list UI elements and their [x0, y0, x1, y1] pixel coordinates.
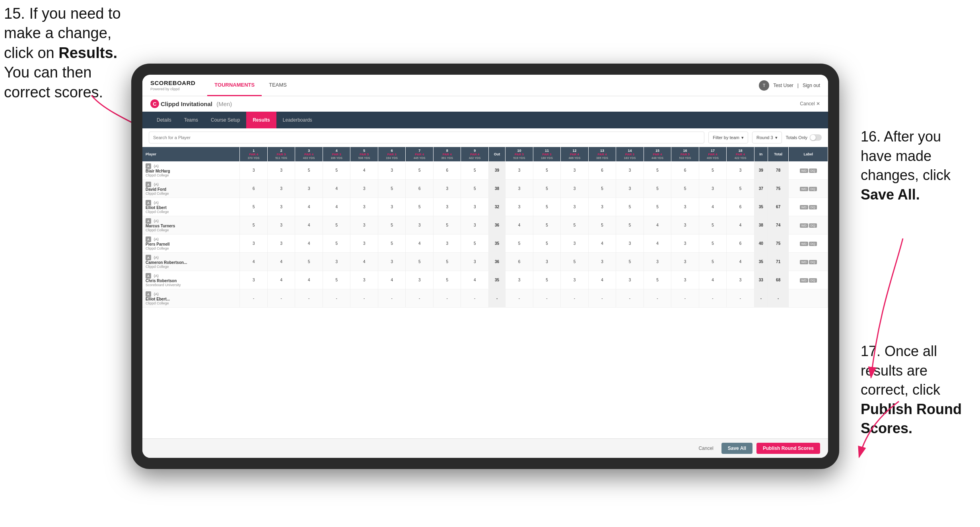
- score-h12[interactable]: 3: [561, 198, 589, 216]
- score-h17[interactable]: 4: [699, 198, 727, 216]
- score-h4[interactable]: 5: [323, 161, 350, 180]
- score-h14[interactable]: 5: [616, 216, 644, 234]
- score-h18[interactable]: 4: [727, 253, 754, 271]
- score-h11[interactable]: 5: [533, 198, 561, 216]
- score-h12[interactable]: 3: [561, 234, 589, 253]
- tab-details[interactable]: Details: [150, 112, 178, 128]
- score-h16[interactable]: 3: [671, 198, 699, 216]
- score-h18[interactable]: 3: [727, 271, 754, 289]
- score-h3[interactable]: 4: [295, 216, 323, 234]
- score-h12[interactable]: 3: [561, 180, 589, 198]
- round-selector-button[interactable]: Round 3 ▾: [752, 132, 782, 143]
- table-row[interactable]: A (A) Elliot Ebert Clippd College 534433…: [142, 198, 828, 216]
- score-h3[interactable]: 4: [295, 198, 323, 216]
- score-h2[interactable]: 3: [267, 234, 295, 253]
- score-h6[interactable]: 5: [378, 180, 406, 198]
- score-h18[interactable]: 4: [727, 216, 754, 234]
- label-wd[interactable]: WD: [800, 205, 808, 209]
- score-h11[interactable]: 5: [533, 234, 561, 253]
- score-h15[interactable]: 5: [644, 198, 671, 216]
- score-h17[interactable]: -: [699, 289, 727, 308]
- score-h6[interactable]: 3: [378, 161, 406, 180]
- score-h3[interactable]: 5: [295, 253, 323, 271]
- score-h11[interactable]: 5: [533, 271, 561, 289]
- score-h17[interactable]: 3: [699, 180, 727, 198]
- score-h6[interactable]: 3: [378, 198, 406, 216]
- score-h7[interactable]: 3: [406, 216, 434, 234]
- label-dq[interactable]: DQ: [809, 260, 817, 264]
- score-h5[interactable]: 3: [350, 198, 378, 216]
- score-h9[interactable]: 3: [461, 198, 489, 216]
- score-h11[interactable]: 5: [533, 180, 561, 198]
- score-h16[interactable]: 3: [671, 253, 699, 271]
- table-row[interactable]: A (A) Blair McHarg Clippd College 335543…: [142, 161, 828, 180]
- score-h8[interactable]: 3: [433, 180, 461, 198]
- score-h10[interactable]: 3: [506, 180, 533, 198]
- score-h10[interactable]: 5: [506, 234, 533, 253]
- score-h1[interactable]: 6: [240, 180, 268, 198]
- score-h2[interactable]: 3: [267, 161, 295, 180]
- score-h8[interactable]: 3: [433, 234, 461, 253]
- score-h4[interactable]: 4: [323, 180, 350, 198]
- score-h3[interactable]: 5: [295, 161, 323, 180]
- score-h7[interactable]: 5: [406, 198, 434, 216]
- score-h13[interactable]: 4: [588, 234, 616, 253]
- save-all-button[interactable]: Save All: [721, 443, 752, 454]
- score-h3[interactable]: 4: [295, 234, 323, 253]
- score-h16[interactable]: 3: [671, 216, 699, 234]
- score-h16[interactable]: 6: [671, 161, 699, 180]
- score-h16[interactable]: 5: [671, 180, 699, 198]
- score-h9[interactable]: 3: [461, 216, 489, 234]
- score-h13[interactable]: 3: [588, 198, 616, 216]
- score-h7[interactable]: 6: [406, 180, 434, 198]
- score-h2[interactable]: 4: [267, 253, 295, 271]
- score-h4[interactable]: 5: [323, 271, 350, 289]
- score-h8[interactable]: 5: [433, 253, 461, 271]
- label-dq[interactable]: DQ: [809, 278, 817, 283]
- score-h13[interactable]: 6: [588, 161, 616, 180]
- table-row[interactable]: A (A) Marcus Turners Clippd College 5345…: [142, 216, 828, 234]
- score-h10[interactable]: 3: [506, 198, 533, 216]
- score-h17[interactable]: 4: [699, 271, 727, 289]
- sign-out-link[interactable]: Sign out: [803, 83, 820, 88]
- cancel-button[interactable]: Cancel: [694, 443, 717, 453]
- table-row[interactable]: A (A) Chris Robertson Scoreboard Univers…: [142, 271, 828, 289]
- score-h7[interactable]: 5: [406, 253, 434, 271]
- table-row[interactable]: A (A) Elliot Ebert... Clippd College ---…: [142, 289, 828, 308]
- score-h9[interactable]: 3: [461, 253, 489, 271]
- score-h10[interactable]: 4: [506, 216, 533, 234]
- score-h12[interactable]: 3: [561, 161, 589, 180]
- score-h14[interactable]: 3: [616, 161, 644, 180]
- score-h4[interactable]: 5: [323, 234, 350, 253]
- score-h10[interactable]: 3: [506, 271, 533, 289]
- score-h16[interactable]: 3: [671, 271, 699, 289]
- score-h1[interactable]: 3: [240, 161, 268, 180]
- table-row[interactable]: A (A) Cameron Robertson... Clippd Colleg…: [142, 253, 828, 271]
- score-h14[interactable]: -: [616, 289, 644, 308]
- table-row[interactable]: A (A) Piers Parnell Clippd College 33453…: [142, 234, 828, 253]
- label-dq[interactable]: DQ: [809, 169, 817, 173]
- tab-results[interactable]: Results: [246, 112, 276, 128]
- cancel-tournament[interactable]: Cancel ✕: [800, 101, 820, 107]
- score-h11[interactable]: 5: [533, 161, 561, 180]
- score-h15[interactable]: 5: [644, 271, 671, 289]
- score-h2[interactable]: 4: [267, 271, 295, 289]
- score-h7[interactable]: 3: [406, 271, 434, 289]
- score-h1[interactable]: -: [240, 289, 268, 308]
- score-h2[interactable]: -: [267, 289, 295, 308]
- score-h14[interactable]: 5: [616, 253, 644, 271]
- label-wd[interactable]: WD: [800, 260, 808, 264]
- score-h11[interactable]: 3: [533, 253, 561, 271]
- score-h6[interactable]: 3: [378, 253, 406, 271]
- score-h1[interactable]: 5: [240, 198, 268, 216]
- nav-tournaments[interactable]: TOURNAMENTS: [207, 75, 262, 96]
- score-h15[interactable]: 4: [644, 234, 671, 253]
- tab-leaderboards[interactable]: Leaderboards: [276, 112, 319, 128]
- score-h12[interactable]: 5: [561, 216, 589, 234]
- score-h2[interactable]: 3: [267, 216, 295, 234]
- score-h14[interactable]: 3: [616, 180, 644, 198]
- score-h12[interactable]: -: [561, 289, 589, 308]
- score-h14[interactable]: 3: [616, 234, 644, 253]
- search-input[interactable]: [149, 132, 704, 143]
- score-h13[interactable]: 3: [588, 253, 616, 271]
